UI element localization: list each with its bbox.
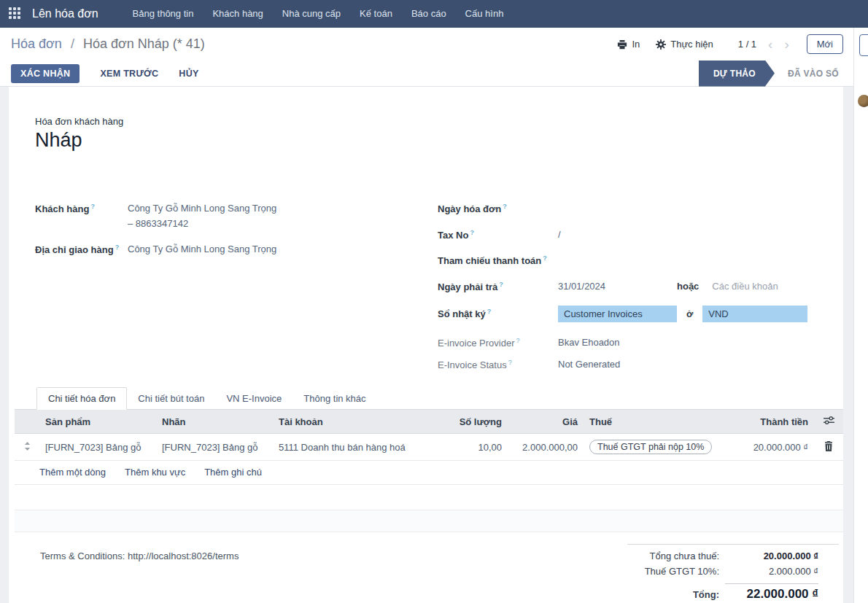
tab-invoice-lines[interactable]: Chi tiết hóa đơn [36,387,127,410]
total-tax-value: 2.000.000 ₫ [725,566,818,577]
grand-total-value: 22.000.000 ₫ [725,583,818,602]
preview-button[interactable]: XEM TRƯỚC [100,69,158,79]
main-area: Hóa đơn khách hàng Nháp Khách hàng? Công… [0,87,868,603]
drag-handle-icon[interactable] [15,434,39,461]
col-account[interactable]: Tài khoản [273,410,435,434]
einvoice-provider-value: Bkav Ehoadon [558,337,620,348]
notebook-tabs: Chi tiết hóa đơn Chi tiết bút toán VN E-… [15,387,843,410]
cell-account[interactable]: 5111 Doanh thu bán hàng hoá [273,434,435,461]
field-invoice-date: Ngày hóa đơn? [438,203,558,214]
nav-item-accounting[interactable]: Kế toán [350,0,402,28]
payment-terms-input[interactable]: Các điều khoản [712,281,778,292]
totals-block: Tổng chưa thuế: 20.000.000 ₫ Thuế GTGT 1… [626,548,818,603]
state-posted[interactable]: ĐÃ VÀO SỔ [775,61,843,87]
printer-icon [617,39,627,50]
col-quantity[interactable]: Số lượng [435,410,508,434]
field-einvoice-provider: E-invoice Provider? Bkav Ehoadon [438,337,620,349]
pager-next-icon[interactable]: › [784,37,788,51]
breadcrumb-current: Hóa đơn Nháp (* 41) [83,36,205,51]
field-tax-no: Tax No? / [438,229,561,241]
nav-item-reports[interactable]: Báo cáo [402,0,456,28]
tax-no-label: Tax No [438,230,468,241]
pager-value: 1 / 1 [738,39,756,50]
field-journal: Sổ nhật ký? Customer Invoices ở VND [438,306,807,322]
cell-label[interactable]: [FURN_7023] Bảng gỗ [156,434,273,461]
print-label: In [632,39,640,50]
total-untaxed-value: 20.000.000 ₫ [725,551,818,561]
confirm-button[interactable]: XÁC NHẬN [11,64,80,83]
col-tax[interactable]: Thuế [584,410,737,434]
chatter-button-fragment[interactable] [859,34,868,56]
grand-total-row: Tổng: 22.000.000 ₫ [626,581,818,603]
cancel-button[interactable]: HỦY [179,69,198,79]
help-icon: ? [503,203,507,210]
tab-other-info[interactable]: Thông tin khác [292,388,376,409]
nav-item-vendors[interactable]: Nhà cung cấp [273,0,350,28]
gear-icon [656,39,666,50]
in-currency-label: ở [686,308,693,319]
optional-columns-icon[interactable] [824,416,834,425]
control-panel-right: In Thực hiện 1 / 1 ‹ › Mới [601,34,843,54]
help-icon: ? [90,203,95,210]
pager-prev-icon[interactable]: ‹ [768,37,772,51]
col-price[interactable]: Giá [508,410,584,434]
field-delivery-address: Địa chỉ giao hàng? Công Ty Gỗ Minh Long … [35,244,276,255]
invoice-sheet: Hóa đơn khách hàng Nháp Khách hàng? Công… [9,87,843,603]
add-section-link[interactable]: Thêm khu vực [125,467,185,478]
doc-type-label: Hóa đơn khách hàng [35,116,123,127]
breadcrumb-parent[interactable]: Hóa đơn [11,36,62,51]
control-panel: Hóa đơn / Hóa đơn Nháp (* 41) In Thực hi… [0,28,853,61]
state-draft[interactable]: DỰ THẢO [699,61,775,87]
empty-table-row [15,485,843,510]
terms-and-conditions[interactable]: Terms & Conditions: http://localhost:802… [40,551,239,561]
print-button[interactable]: In [617,39,640,50]
chatter-panel-edge [853,28,868,603]
nav-item-customers[interactable]: Khách hàng [203,0,272,28]
status-bar: XÁC NHẬN XEM TRƯỚC HỦY DỰ THẢO ĐÃ VÀO SỔ [0,61,853,87]
field-customer: Khách hàng? Công Ty Gỗ Minh Long Sang Tr… [35,203,276,229]
line-add-links: Thêm một dòng Thêm khu vực Thêm ghi chú [15,461,843,485]
apps-grid-icon[interactable] [9,7,22,20]
help-icon: ? [516,337,520,344]
add-line-link[interactable]: Thêm một dòng [39,467,106,478]
col-product[interactable]: Sản phẩm [39,410,156,434]
cell-subtotal: 20.000.000 ₫ [737,434,814,461]
app-title[interactable]: Lên hóa đơn [32,7,98,20]
add-note-link[interactable]: Thêm ghi chú [204,467,262,478]
journal-select[interactable]: Customer Invoices [558,306,677,322]
help-icon: ? [115,244,120,251]
total-tax-row: Thuế GTGT 10%: 2.000.000 ₫ [626,564,818,579]
avatar[interactable] [858,95,868,107]
col-subtotal[interactable]: Thành tiền [737,410,814,434]
nav-item-settings[interactable]: Cấu hình [456,0,514,28]
einvoice-provider-label: E-invoice Provider [438,338,515,349]
tab-vn-einvoice[interactable]: VN E-Invoice [215,388,292,409]
customer-value: Công Ty Gỗ Minh Long Sang Trọng [128,203,276,214]
customer-label: Khách hàng [35,203,89,214]
customer-value-line2: – 8863347142 [128,218,188,229]
tax-no-value[interactable]: / [558,229,561,240]
nav-item-dashboard[interactable]: Bảng thông tin [123,0,204,28]
field-due-date: Ngày phải trả? 31/01/2024 hoặc Các điều … [438,281,778,292]
invoice-date-label: Ngày hóa đơn [438,203,501,214]
breadcrumb: Hóa đơn / Hóa đơn Nháp (* 41) [11,36,205,52]
tax-tag[interactable]: Thuế GTGT phải nộp 10% [589,440,712,454]
col-label[interactable]: Nhãn [156,410,273,434]
due-date-input[interactable]: 31/01/2024 [558,281,677,292]
cell-quantity[interactable]: 10,00 [435,434,508,461]
totals-divider [627,544,839,545]
breadcrumb-separator: / [71,36,74,51]
journal-label: Sổ nhật ký [438,309,486,320]
help-icon: ? [487,308,492,315]
new-button[interactable]: Mới [807,34,843,54]
invoice-lines-section: Sản phẩm Nhãn Tài khoản Số lượng Giá Thu… [15,410,843,532]
tab-journal-items[interactable]: Chi tiết bút toán [127,388,215,409]
action-menu-button[interactable]: Thực hiện [656,39,713,50]
currency-select[interactable]: VND [702,306,807,322]
delivery-address-value[interactable]: Công Ty Gỗ Minh Long Sang Trọng [128,244,276,254]
delete-line-icon[interactable] [824,441,833,451]
cell-product[interactable]: [FURN_7023] Bảng gỗ [39,434,156,461]
cell-price[interactable]: 2.000.000,00 [508,434,584,461]
invoice-line-row[interactable]: [FURN_7023] Bảng gỗ [FURN_7023] Bảng gỗ … [15,434,843,461]
or-label: hoặc [677,281,699,292]
